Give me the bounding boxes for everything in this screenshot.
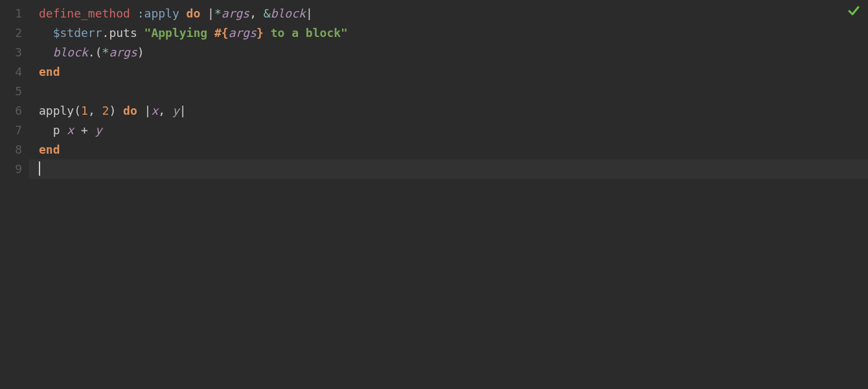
token-string: to a block" [264, 26, 348, 40]
token-global: $stderr [39, 26, 102, 40]
token-plain: p [39, 123, 67, 137]
token-param: args [109, 45, 137, 59]
token-plain: ) [109, 104, 116, 117]
token-keyword: end [39, 143, 60, 156]
code-line[interactable]: block.(*args) [39, 43, 868, 62]
token-param: x [67, 123, 74, 137]
token-string: "Applying [137, 26, 214, 40]
token-operator: & [264, 6, 271, 20]
code-line[interactable]: p x + y [39, 121, 868, 140]
token-param: args [229, 26, 257, 40]
token-plain: | [179, 104, 187, 117]
line-number: 4 [0, 62, 22, 82]
line-number: 5 [0, 82, 22, 101]
token-plain: , [158, 104, 172, 117]
checkmark-icon [847, 4, 860, 23]
code-line[interactable]: apply(1, 2) do |x, y| [39, 101, 868, 121]
token-param: block [39, 45, 88, 59]
token-plain: .( [88, 45, 102, 59]
token-plain: ) [137, 45, 144, 59]
code-line[interactable]: define_method :apply do |*args, &block| [39, 4, 868, 23]
token-keyword: do [116, 104, 137, 117]
code-line-current[interactable] [29, 159, 868, 179]
token-param: block [271, 6, 306, 20]
token-plain: , [88, 104, 102, 117]
token-plain: | [137, 104, 152, 117]
token-number: 2 [102, 104, 109, 117]
line-number: 6 [0, 101, 22, 121]
token-param: x [151, 104, 158, 117]
token-interp: } [257, 26, 264, 40]
token-plain: .puts [102, 26, 137, 40]
line-number: 3 [0, 43, 22, 62]
line-number: 8 [0, 140, 22, 159]
token-interp: #{ [214, 26, 229, 40]
code-line[interactable] [39, 82, 868, 101]
code-line[interactable]: end [39, 140, 868, 159]
token-keyword: end [39, 65, 60, 78]
text-cursor [39, 161, 40, 176]
code-area[interactable]: define_method :apply do |*args, &block| … [29, 0, 868, 389]
line-gutter: 1 2 3 4 5 6 7 8 9 [0, 0, 29, 389]
token-plain: + [74, 123, 95, 137]
token-symbol: :apply [130, 6, 179, 20]
token-keyword: do [179, 6, 201, 20]
code-editor[interactable]: 1 2 3 4 5 6 7 8 9 define_method :apply d… [0, 0, 868, 389]
token-param: y [95, 123, 102, 137]
line-number: 1 [0, 4, 22, 23]
token-plain: apply( [39, 104, 81, 117]
token-plain: | [306, 6, 313, 20]
line-number: 7 [0, 121, 22, 140]
token-plain: , [249, 6, 264, 20]
token-operator: * [102, 45, 109, 59]
code-line[interactable]: $stderr.puts "Applying #{args} to a bloc… [39, 23, 868, 43]
token-number: 1 [81, 104, 88, 117]
line-number: 2 [0, 23, 22, 43]
token-plain: | [200, 6, 214, 20]
token-param: args [222, 6, 249, 20]
token-keyword: define_method [39, 6, 130, 20]
code-line[interactable]: end [39, 62, 868, 82]
token-operator: * [214, 6, 222, 20]
line-number: 9 [0, 159, 22, 179]
token-param: y [172, 104, 179, 117]
